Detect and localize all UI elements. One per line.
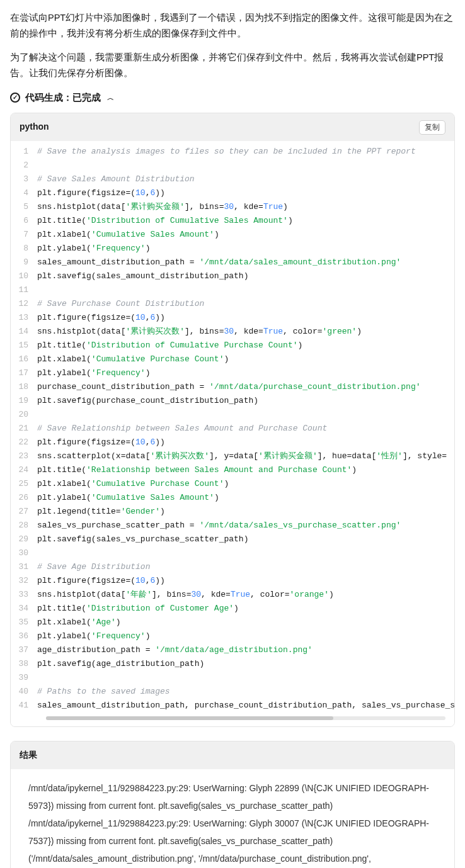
assistant-paragraph-1: 在尝试向PPT幻灯片中添加图像时，我遇到了一个错误，因为找不到指定的图像文件。这…	[10, 10, 455, 41]
code-line: 24plt.title('Relationship between Sales …	[11, 463, 454, 477]
code-line: 41sales_amount_distribution_path, purcha…	[11, 699, 454, 713]
code-content: # Save Age Distribution	[37, 560, 454, 574]
code-line: 21# Save Relationship between Sales Amou…	[11, 422, 454, 436]
code-block-header: python 复制	[11, 113, 454, 141]
code-line: 29plt.savefig(sales_vs_purchase_scatter_…	[11, 533, 454, 546]
code-content: plt.legend(title='Gender')	[37, 505, 454, 519]
code-line: 27plt.legend(title='Gender')	[11, 505, 454, 519]
line-number: 9	[11, 256, 37, 269]
line-number: 36	[11, 629, 37, 643]
code-line: 39	[11, 671, 454, 685]
line-number: 22	[11, 436, 37, 449]
line-number: 6	[11, 214, 37, 228]
code-content: plt.title('Distribution of Customer Age'…	[37, 602, 454, 616]
code-line: 17plt.ylabel('Frequency')	[11, 366, 454, 380]
line-number: 10	[11, 269, 37, 283]
result-line: /mnt/data/ipykernel_11/929884223.py:29: …	[28, 779, 443, 814]
code-content: sns.scatterplot(x=data['累计购买次数'], y=data…	[37, 449, 454, 463]
code-content: plt.ylabel('Frequency')	[37, 629, 454, 643]
code-content: # Paths to the saved images	[37, 685, 454, 699]
code-line: 16plt.xlabel('Cumulative Purchase Count'…	[11, 352, 454, 366]
code-line: 28sales_vs_purchase_scatter_path = '/mnt…	[11, 519, 454, 533]
line-number: 16	[11, 352, 37, 366]
code-content: # Save Purchase Count Distribution	[37, 297, 454, 311]
code-line: 23sns.scatterplot(x=data['累计购买次数'], y=da…	[11, 449, 454, 463]
line-number: 23	[11, 449, 37, 463]
code-content	[37, 408, 454, 422]
code-line: 2	[11, 159, 454, 172]
line-number: 2	[11, 159, 37, 172]
code-line: 6plt.title('Distribution of Cumulative S…	[11, 214, 454, 228]
check-icon: ✓	[10, 93, 20, 103]
code-line: 4plt.figure(figsize=(10,6))	[11, 186, 454, 200]
copy-button[interactable]: 复制	[419, 120, 445, 135]
line-number: 30	[11, 546, 37, 560]
code-line: 34plt.title('Distribution of Customer Ag…	[11, 602, 454, 616]
code-line: 35plt.xlabel('Age')	[11, 616, 454, 629]
line-number: 25	[11, 477, 37, 491]
code-line: 1# Save the analysis images to files so …	[11, 145, 454, 159]
code-content: plt.ylabel('Frequency')	[37, 242, 454, 256]
code-content	[37, 283, 454, 297]
code-content: sales_amount_distribution_path = '/mnt/d…	[37, 256, 454, 269]
code-line: 31# Save Age Distribution	[11, 560, 454, 574]
code-content: plt.figure(figsize=(10,6))	[37, 436, 454, 449]
line-number: 18	[11, 380, 37, 394]
code-line: 33sns.histplot(data['年龄'], bins=30, kde=…	[11, 588, 454, 602]
codegen-status-toggle[interactable]: ✓ 代码生成：已完成 ︿	[10, 90, 455, 106]
line-number: 5	[11, 200, 37, 214]
line-number: 15	[11, 339, 37, 352]
code-content: sns.histplot(data['累计购买金额'], bins=30, kd…	[37, 200, 454, 214]
line-number: 35	[11, 616, 37, 629]
line-number: 32	[11, 574, 37, 588]
code-line: 30	[11, 546, 454, 560]
code-language-label: python	[20, 120, 49, 135]
code-content: plt.title('Relationship between Sales Am…	[37, 463, 454, 477]
code-line: 20	[11, 408, 454, 422]
result-line: /mnt/data/ipykernel_11/929884223.py:29: …	[28, 814, 443, 850]
code-line: 26plt.ylabel('Cumulative Sales Amount')	[11, 491, 454, 505]
code-line: 14sns.histplot(data['累计购买次数'], bins=30, …	[11, 325, 454, 339]
code-content: sales_amount_distribution_path, purchase…	[37, 699, 454, 713]
line-number: 39	[11, 671, 37, 685]
code-content: sns.histplot(data['累计购买次数'], bins=30, kd…	[37, 325, 454, 339]
code-content: # Save the analysis images to files so t…	[37, 145, 454, 159]
line-number: 24	[11, 463, 37, 477]
line-number: 33	[11, 588, 37, 602]
code-content: plt.title('Distribution of Cumulative Sa…	[37, 214, 454, 228]
line-number: 3	[11, 172, 37, 186]
code-content: # Save Sales Amount Distribution	[37, 172, 454, 186]
code-content	[37, 546, 454, 560]
code-content: plt.savefig(sales_vs_purchase_scatter_pa…	[37, 533, 454, 546]
code-line: 40# Paths to the saved images	[11, 685, 454, 699]
line-number: 37	[11, 643, 37, 657]
code-line: 12# Save Purchase Count Distribution	[11, 297, 454, 311]
code-line: 36plt.ylabel('Frequency')	[11, 629, 454, 643]
line-number: 14	[11, 325, 37, 339]
line-number: 4	[11, 186, 37, 200]
code-body: 1# Save the analysis images to files so …	[11, 141, 454, 726]
code-line: 8plt.ylabel('Frequency')	[11, 242, 454, 256]
code-content	[37, 159, 454, 172]
line-number: 41	[11, 699, 37, 713]
line-number: 8	[11, 242, 37, 256]
code-content	[37, 671, 454, 685]
result-block: 结果 /mnt/data/ipykernel_11/929884223.py:2…	[10, 741, 455, 868]
code-line: 10plt.savefig(sales_amount_distribution_…	[11, 269, 454, 283]
horizontal-scrollbar[interactable]	[46, 716, 445, 720]
line-number: 19	[11, 394, 37, 408]
code-content: plt.figure(figsize=(10,6))	[37, 574, 454, 588]
code-content: plt.figure(figsize=(10,6))	[37, 186, 454, 200]
code-line: 37age_distribution_path = '/mnt/data/age…	[11, 643, 454, 657]
code-content: # Save Relationship between Sales Amount…	[37, 422, 454, 436]
code-content: sales_vs_purchase_scatter_path = '/mnt/d…	[37, 519, 454, 533]
line-number: 12	[11, 297, 37, 311]
code-line: 7plt.xlabel('Cumulative Sales Amount')	[11, 228, 454, 242]
code-content: plt.ylabel('Cumulative Sales Amount')	[37, 491, 454, 505]
code-line: 13plt.figure(figsize=(10,6))	[11, 311, 454, 325]
scrollbar-thumb[interactable]	[46, 716, 333, 720]
line-number: 26	[11, 491, 37, 505]
line-number: 21	[11, 422, 37, 436]
line-number: 7	[11, 228, 37, 242]
line-number: 31	[11, 560, 37, 574]
